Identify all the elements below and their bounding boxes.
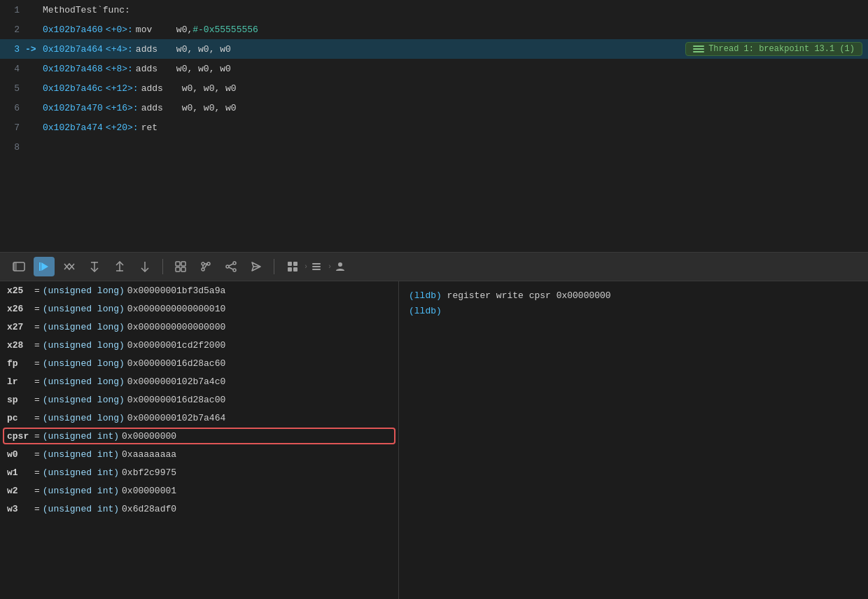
send-button[interactable] <box>246 257 267 276</box>
address: 0x102b7a46c <box>43 83 103 94</box>
svg-line-17 <box>229 264 233 266</box>
panel-toggle-button[interactable] <box>8 257 29 276</box>
register-eq: = <box>34 376 40 387</box>
line-arrow: -> <box>25 44 43 55</box>
operands: w0, w0, w0 <box>176 64 231 74</box>
register-eq: = <box>34 304 40 314</box>
operands: w0, <box>176 24 192 35</box>
svg-rect-6 <box>176 267 180 272</box>
line-number: 6 <box>6 103 20 113</box>
register-row-w3: w3 = (unsigned int) 0x6d28adf0 <box>0 500 398 518</box>
layout-button[interactable] <box>170 257 191 276</box>
svg-rect-23 <box>288 267 292 272</box>
register-value: 0x0000000102b7a4c0 <box>127 376 225 387</box>
svg-line-18 <box>229 267 233 269</box>
branch-button[interactable] <box>195 257 216 276</box>
register-value: 0x0000000000000010 <box>127 304 225 314</box>
register-eq: = <box>34 467 40 478</box>
register-eq: = <box>34 340 40 351</box>
registers-panel[interactable]: x25 = (unsigned long) 0x00000001bf3d5a9a… <box>0 281 399 599</box>
svg-rect-25 <box>312 263 321 265</box>
address: 0x102b7a474 <box>43 122 103 133</box>
step-over-button[interactable] <box>59 257 80 276</box>
offset: <+4>: <box>106 44 133 55</box>
register-type: (unsigned long) <box>43 395 125 405</box>
svg-rect-21 <box>288 262 292 266</box>
register-row-lr: lr = (unsigned long) 0x0000000102b7a4c0 <box>0 372 398 390</box>
operands: w0, w0, w0 <box>176 44 231 55</box>
breadcrumb-app[interactable] <box>287 261 301 272</box>
register-type: (unsigned long) <box>43 358 125 369</box>
register-value: 0xaaaaaaaa <box>122 449 176 460</box>
breadcrumb: › › <box>287 261 349 272</box>
register-row-x25: x25 = (unsigned long) 0x00000001bf3d5a9a <box>0 281 398 300</box>
step-out-button[interactable] <box>109 257 130 276</box>
console-command: register write cpsr 0x00000000 <box>442 290 611 301</box>
thread-badge: Thread 1: breakpoint 13.1 (1) <box>685 42 862 56</box>
continue-button[interactable] <box>34 257 55 276</box>
line-number: 2 <box>6 24 20 35</box>
console-prompt: (lldb) <box>409 290 442 301</box>
svg-point-28 <box>338 262 342 267</box>
register-type: (unsigned int) <box>43 431 119 442</box>
code-line-8: 8 <box>0 137 868 157</box>
line-number: 5 <box>6 83 20 94</box>
svg-point-8 <box>202 262 204 265</box>
register-eq: = <box>34 504 40 514</box>
separator-1 <box>162 259 163 274</box>
step-into-button[interactable] <box>84 257 105 276</box>
register-name: pc <box>7 413 31 423</box>
register-value: 0xbf2c9975 <box>122 467 176 478</box>
console-panel[interactable]: (lldb) register write cpsr 0x00000000(ll… <box>399 281 868 599</box>
register-value: 0x0000000000000000 <box>127 322 225 332</box>
line-number: 4 <box>6 64 20 74</box>
code-line-7: 70x102b7a474 <+20>: ret <box>0 118 868 137</box>
code-line-5: 50x102b7a46c <+12>: addsw0, w0, w0 <box>0 78 868 98</box>
register-name: lr <box>7 376 31 387</box>
mnemonic: adds <box>141 103 176 113</box>
chevron-2-icon: › <box>328 263 332 271</box>
line-number: 7 <box>6 122 20 133</box>
register-eq: = <box>34 431 40 442</box>
thread-badge-text: Thread 1: breakpoint 13.1 (1) <box>708 44 855 54</box>
register-type: (unsigned long) <box>43 413 125 423</box>
register-type: (unsigned long) <box>43 322 125 332</box>
mnemonic: adds <box>136 64 171 74</box>
mnemonic: adds <box>136 44 171 55</box>
register-type: (unsigned int) <box>43 504 119 514</box>
svg-rect-3 <box>39 262 41 271</box>
code-line-1: 1MethodTest`func: <box>0 0 868 20</box>
thread-icon <box>311 261 322 272</box>
offset: <+16>: <box>106 103 139 113</box>
app-icon <box>287 261 298 272</box>
register-eq: = <box>34 413 40 423</box>
register-value: 0x00000001cd2f2000 <box>127 340 225 351</box>
register-eq: = <box>34 358 40 369</box>
register-eq: = <box>34 486 40 496</box>
breadcrumb-thread[interactable] <box>311 261 325 272</box>
register-eq: = <box>34 322 40 332</box>
share-button[interactable] <box>220 257 241 276</box>
code-label: MethodTest`func: <box>43 5 130 15</box>
svg-point-15 <box>233 262 236 265</box>
mnemonic: adds <box>141 83 176 94</box>
register-value: 0x0000000102b7a464 <box>127 413 225 423</box>
mnemonic: mov <box>136 24 171 35</box>
register-row-x26: x26 = (unsigned long) 0x0000000000000010 <box>0 300 398 318</box>
svg-rect-24 <box>293 267 298 272</box>
register-row-fp: fp = (unsigned long) 0x000000016d28ac60 <box>0 354 398 372</box>
register-row-w0: w0 = (unsigned int) 0xaaaaaaaa <box>0 445 398 463</box>
step-down-button[interactable] <box>134 257 155 276</box>
line-number: 1 <box>6 5 20 15</box>
register-name: w2 <box>7 486 31 496</box>
register-name: x26 <box>7 304 31 314</box>
register-eq: = <box>34 395 40 405</box>
breadcrumb-func[interactable] <box>335 261 349 272</box>
register-name: x27 <box>7 322 31 332</box>
svg-rect-1 <box>13 262 17 271</box>
register-type: (unsigned long) <box>43 376 125 387</box>
register-row-pc: pc = (unsigned long) 0x0000000102b7a464 <box>0 409 398 427</box>
register-name: fp <box>7 358 31 369</box>
code-line-6: 60x102b7a470 <+16>: addsw0, w0, w0 <box>0 98 868 118</box>
register-name: cpsr <box>7 431 31 442</box>
